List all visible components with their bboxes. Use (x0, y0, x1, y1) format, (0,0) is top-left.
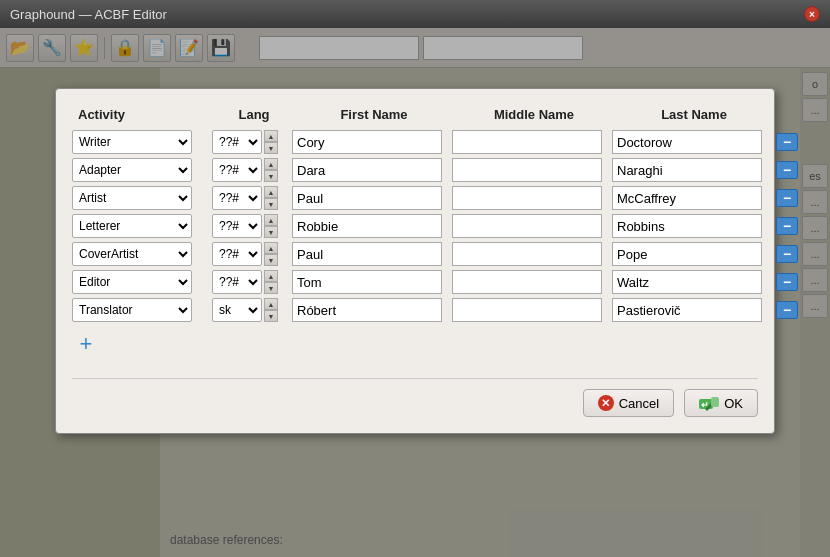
middlename-input[interactable] (452, 242, 602, 266)
ok-button[interactable]: ↵ OK (684, 389, 758, 417)
firstname-input[interactable] (292, 214, 442, 238)
lang-spin-up[interactable]: ▲ (264, 298, 278, 310)
lang-spin-down[interactable]: ▼ (264, 170, 278, 182)
activity-cell: WriterAdapterArtistLettererCoverArtistEd… (72, 186, 212, 210)
activity-select[interactable]: WriterAdapterArtistLettererCoverArtistEd… (72, 242, 192, 266)
remove-row-button[interactable]: − (776, 161, 798, 179)
lastname-cell (612, 214, 772, 238)
lang-spinner[interactable]: ▲▼ (264, 158, 278, 182)
middlename-cell (452, 298, 612, 322)
lastname-input[interactable] (612, 214, 762, 238)
lastname-input[interactable] (612, 130, 762, 154)
lang-cell: ??#▲▼ (212, 242, 292, 266)
lang-select[interactable]: ??# (212, 270, 262, 294)
add-row-button[interactable]: + (72, 330, 100, 358)
ok-icon: ↵ (699, 395, 719, 411)
lang-select[interactable]: ??# (212, 214, 262, 238)
activity-cell: WriterAdapterArtistLettererCoverArtistEd… (72, 130, 212, 154)
activity-select[interactable]: WriterAdapterArtistLettererCoverArtistEd… (72, 270, 192, 294)
lang-select[interactable]: ??# (212, 158, 262, 182)
lang-spin-up[interactable]: ▲ (264, 186, 278, 198)
lang-spin-down[interactable]: ▼ (264, 142, 278, 154)
dialog: Activity Lang First Name Middle Name Las… (55, 88, 775, 434)
actions-cell: − (772, 273, 802, 291)
remove-row-button[interactable]: − (776, 273, 798, 291)
firstname-cell (292, 242, 452, 266)
middlename-cell (452, 270, 612, 294)
table-row: WriterAdapterArtistLettererCoverArtistEd… (72, 242, 758, 266)
lang-spin-up[interactable]: ▲ (264, 214, 278, 226)
lang-spin-up[interactable]: ▲ (264, 130, 278, 142)
actions-cell: − (772, 245, 802, 263)
table-row: WriterAdapterArtistLettererCoverArtistEd… (72, 270, 758, 294)
lastname-input[interactable] (612, 298, 762, 322)
middlename-cell (452, 214, 612, 238)
middlename-input[interactable] (452, 130, 602, 154)
remove-row-button[interactable]: − (776, 133, 798, 151)
col-firstname: First Name (294, 105, 454, 124)
lang-select[interactable]: ??# (212, 186, 262, 210)
firstname-cell (292, 186, 452, 210)
remove-row-button[interactable]: − (776, 189, 798, 207)
firstname-input[interactable] (292, 186, 442, 210)
activity-select[interactable]: WriterAdapterArtistLettererCoverArtistEd… (72, 298, 192, 322)
activity-select[interactable]: WriterAdapterArtistLettererCoverArtistEd… (72, 158, 192, 182)
lastname-input[interactable] (612, 270, 762, 294)
lastname-input[interactable] (612, 158, 762, 182)
middlename-input[interactable] (452, 214, 602, 238)
middlename-input[interactable] (452, 298, 602, 322)
remove-row-button[interactable]: − (776, 245, 798, 263)
lang-spinner[interactable]: ▲▼ (264, 298, 278, 322)
activity-select[interactable]: WriterAdapterArtistLettererCoverArtistEd… (72, 186, 192, 210)
middlename-cell (452, 130, 612, 154)
lang-select[interactable]: sk (212, 298, 262, 322)
remove-row-button[interactable]: − (776, 301, 798, 319)
lang-select[interactable]: ??# (212, 242, 262, 266)
actions-cell: − (772, 161, 802, 179)
firstname-input[interactable] (292, 130, 442, 154)
remove-row-button[interactable]: − (776, 217, 798, 235)
app-title: Graphound — ACBF Editor (10, 7, 167, 22)
actions-cell: − (772, 189, 802, 207)
col-middlename: Middle Name (454, 105, 614, 124)
lastname-input[interactable] (612, 186, 762, 210)
lang-spinner[interactable]: ▲▼ (264, 270, 278, 294)
actions-cell: − (772, 133, 802, 151)
lang-cell: sk▲▼ (212, 298, 292, 322)
firstname-input[interactable] (292, 242, 442, 266)
activity-select[interactable]: WriterAdapterArtistLettererCoverArtistEd… (72, 214, 192, 238)
col-lang: Lang (214, 105, 294, 124)
lang-spin-up[interactable]: ▲ (264, 270, 278, 282)
lang-spin-up[interactable]: ▲ (264, 242, 278, 254)
lang-spinner[interactable]: ▲▼ (264, 214, 278, 238)
lang-spin-up[interactable]: ▲ (264, 158, 278, 170)
middlename-input[interactable] (452, 186, 602, 210)
middlename-input[interactable] (452, 270, 602, 294)
firstname-input[interactable] (292, 158, 442, 182)
lang-spin-down[interactable]: ▼ (264, 198, 278, 210)
lang-spinner[interactable]: ▲▼ (264, 130, 278, 154)
firstname-cell (292, 130, 452, 154)
lastname-cell (612, 158, 772, 182)
lang-cell: ??#▲▼ (212, 214, 292, 238)
lang-spin-down[interactable]: ▼ (264, 310, 278, 322)
activity-select[interactable]: WriterAdapterArtistLettererCoverArtistEd… (72, 130, 192, 154)
svg-text:↵: ↵ (701, 400, 709, 410)
firstname-input[interactable] (292, 298, 442, 322)
lang-spinner[interactable]: ▲▼ (264, 186, 278, 210)
lang-spin-down[interactable]: ▼ (264, 226, 278, 238)
table-row: WriterAdapterArtistLettererCoverArtistEd… (72, 298, 758, 322)
close-button[interactable]: × (804, 6, 820, 22)
lang-cell: ??#▲▼ (212, 186, 292, 210)
firstname-input[interactable] (292, 270, 442, 294)
cancel-button[interactable]: ✕ Cancel (583, 389, 674, 417)
table-row: WriterAdapterArtistLettererCoverArtistEd… (72, 158, 758, 182)
lastname-input[interactable] (612, 242, 762, 266)
col-actions (774, 105, 804, 124)
lang-select[interactable]: ??# (212, 130, 262, 154)
lang-spin-down[interactable]: ▼ (264, 282, 278, 294)
lang-spinner[interactable]: ▲▼ (264, 242, 278, 266)
middlename-input[interactable] (452, 158, 602, 182)
lang-spin-down[interactable]: ▼ (264, 254, 278, 266)
cancel-icon: ✕ (598, 395, 614, 411)
